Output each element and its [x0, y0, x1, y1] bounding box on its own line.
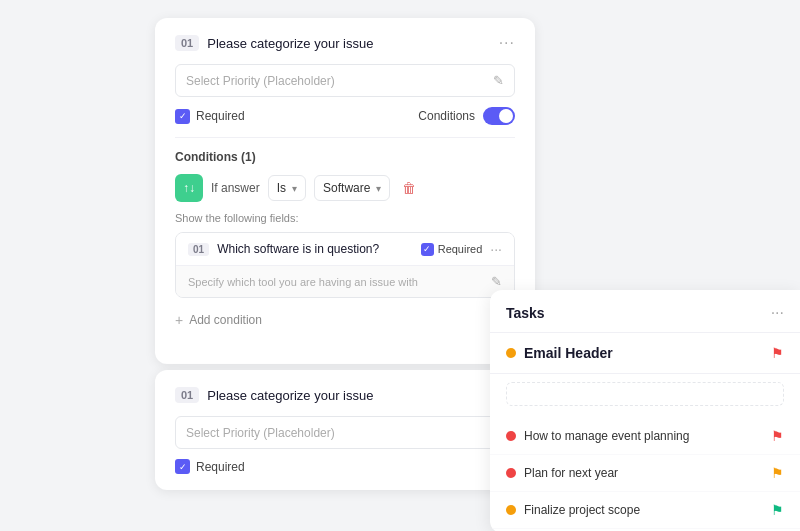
sub-card-number: 01: [188, 243, 209, 256]
list-item: Plan for next year ⚑: [490, 455, 800, 492]
add-icon: +: [175, 312, 183, 328]
add-condition-button[interactable]: + Add condition: [175, 308, 515, 332]
task-text: Finalize project scope: [524, 503, 640, 517]
email-header-title: Email Header: [524, 345, 613, 361]
required-row: Required Conditions: [175, 107, 515, 125]
required-label: Required: [196, 109, 245, 123]
sub-input-placeholder: Specify which tool you are having an iss…: [188, 276, 491, 288]
email-header-flag-icon: ⚑: [771, 345, 784, 361]
card2-number: 01: [175, 387, 199, 403]
condition-row: ↑↓ If answer Is ▾ Software ▾ 🗑: [175, 174, 515, 202]
card1-header: 01 Please categorize your issue ···: [175, 34, 515, 52]
task-dot: [506, 468, 516, 478]
email-header-row: Email Header ⚑: [490, 333, 800, 374]
software-dropdown[interactable]: Software ▾: [314, 175, 390, 201]
card1-more-button[interactable]: ···: [499, 34, 515, 52]
task-left: Plan for next year: [506, 466, 618, 480]
task-flag-icon: ⚑: [771, 465, 784, 481]
email-header-left: Email Header: [506, 345, 613, 361]
card2-title: Please categorize your issue: [207, 388, 498, 403]
task-text: How to manage event planning: [524, 429, 689, 443]
required-left: Required: [175, 109, 245, 124]
tasks-list: How to manage event planning ⚑ Plan for …: [490, 414, 800, 531]
form-card-1: 01 Please categorize your issue ··· Sele…: [155, 18, 535, 364]
list-item: Finalize project scope ⚑: [490, 492, 800, 529]
required-checkbox[interactable]: [175, 109, 190, 124]
card2-priority-input[interactable]: Select Priority (Placeholder) ✎: [175, 416, 515, 449]
task-flag-icon: ⚑: [771, 502, 784, 518]
sub-required-checkbox[interactable]: [421, 243, 434, 256]
is-dropdown[interactable]: Is ▾: [268, 175, 306, 201]
card2-required-checkbox[interactable]: [175, 459, 190, 474]
priority-input-row[interactable]: Select Priority (Placeholder) ✎: [175, 64, 515, 97]
conditions-header: Conditions (1): [175, 150, 515, 164]
task-left: Finalize project scope: [506, 503, 640, 517]
sub-card-title: Which software is in question?: [217, 242, 413, 256]
sub-more-button[interactable]: ···: [490, 241, 502, 257]
priority-placeholder: Select Priority (Placeholder): [186, 74, 493, 88]
condition-icon: ↑↓: [175, 174, 203, 202]
sub-card-header: 01 Which software is in question? Requir…: [176, 233, 514, 265]
chevron-down-icon: ▾: [376, 183, 381, 194]
task-dot: [506, 431, 516, 441]
dashed-drop-zone: [506, 382, 784, 406]
conditions-toggle[interactable]: [483, 107, 515, 125]
card1-title: Please categorize your issue: [207, 36, 498, 51]
email-header-dot: [506, 348, 516, 358]
add-condition-label: Add condition: [189, 313, 262, 327]
show-fields-label: Show the following fields:: [175, 212, 515, 224]
form-card-2: 01 Please categorize your issue ··· Sele…: [155, 370, 535, 490]
conditions-right: Conditions: [418, 107, 515, 125]
task-flag-icon: ⚑: [771, 428, 784, 444]
task-dot: [506, 505, 516, 515]
task-left: How to manage event planning: [506, 429, 689, 443]
main-area: 01 Please categorize your issue ··· Sele…: [0, 0, 800, 531]
card2-required-label: Required: [196, 460, 245, 474]
card2-required: Required: [175, 459, 515, 474]
card2-placeholder: Select Priority (Placeholder): [186, 426, 493, 440]
conditions-text: Conditions: [418, 109, 475, 123]
tasks-header: Tasks ···: [490, 290, 800, 333]
if-answer-label: If answer: [211, 181, 260, 195]
conditions-section: Conditions (1) ↑↓ If answer Is ▾ Softwar…: [155, 138, 535, 344]
sub-edit-icon[interactable]: ✎: [491, 274, 502, 289]
delete-condition-button[interactable]: 🗑: [398, 176, 420, 200]
sub-required: Required: [421, 243, 483, 256]
chevron-down-icon: ▾: [292, 183, 297, 194]
edit-icon[interactable]: ✎: [493, 73, 504, 88]
sub-input-row[interactable]: Specify which tool you are having an iss…: [176, 265, 514, 297]
card1-number: 01: [175, 35, 199, 51]
list-item: How to manage event planning ⚑: [490, 418, 800, 455]
sub-card: 01 Which software is in question? Requir…: [175, 232, 515, 298]
tasks-more-button[interactable]: ···: [771, 304, 784, 322]
card2-header: 01 Please categorize your issue ···: [175, 386, 515, 404]
sub-required-label: Required: [438, 243, 483, 255]
tasks-panel: Tasks ··· Email Header ⚑ How to manage e…: [490, 290, 800, 531]
card1-top: 01 Please categorize your issue ··· Sele…: [155, 18, 535, 137]
task-text: Plan for next year: [524, 466, 618, 480]
tasks-title: Tasks: [506, 305, 545, 321]
